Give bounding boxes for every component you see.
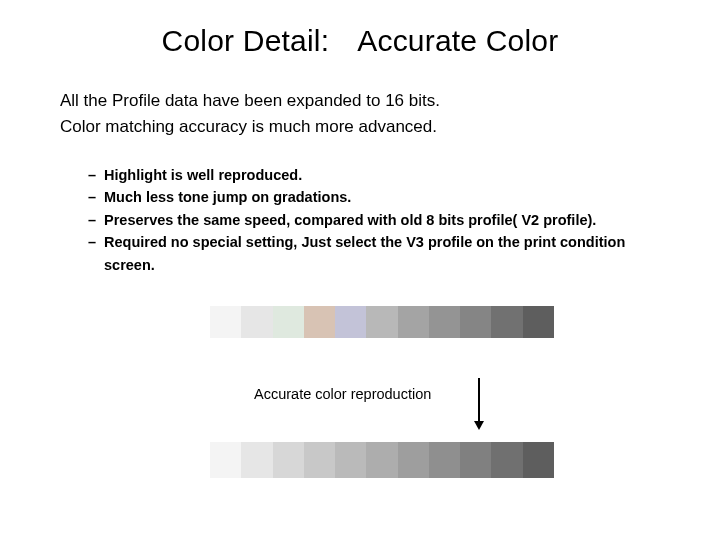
swatch xyxy=(491,306,522,338)
swatch xyxy=(460,442,491,478)
swatch xyxy=(366,306,397,338)
swatch xyxy=(241,442,272,478)
intro-line-1: All the Profile data have been expanded … xyxy=(60,88,660,114)
title-right: Accurate Color xyxy=(357,24,558,57)
arrow-down-icon xyxy=(478,378,480,428)
swatch xyxy=(523,306,554,338)
swatch xyxy=(429,442,460,478)
swatch xyxy=(460,306,491,338)
bullet-text: Much less tone jump on gradations. xyxy=(104,186,658,208)
swatch xyxy=(398,306,429,338)
swatch xyxy=(304,442,335,478)
dash-icon: – xyxy=(88,164,104,186)
swatch xyxy=(210,442,241,478)
dash-icon: – xyxy=(88,231,104,276)
bullet-text: Preserves the same speed, compared with … xyxy=(104,209,658,231)
swatch xyxy=(491,442,522,478)
swatch xyxy=(304,306,335,338)
swatch xyxy=(210,306,241,338)
color-strip-after xyxy=(210,442,554,478)
list-item: – Preserves the same speed, compared wit… xyxy=(88,209,658,231)
list-item: – Much less tone jump on gradations. xyxy=(88,186,658,208)
title-left: Color Detail: xyxy=(162,24,330,57)
caption: Accurate color reproduction xyxy=(254,386,431,402)
swatch xyxy=(366,442,397,478)
swatch xyxy=(241,306,272,338)
page-title: Color Detail:Accurate Color xyxy=(0,24,720,58)
bullet-text: Required no special setting, Just select… xyxy=(104,231,658,276)
slide: Color Detail:Accurate Color All the Prof… xyxy=(0,0,720,540)
swatch xyxy=(335,306,366,338)
bullet-list: – Highlight is well reproduced. – Much l… xyxy=(88,164,658,276)
intro-line-2: Color matching accuracy is much more adv… xyxy=(60,114,660,140)
swatch xyxy=(335,442,366,478)
color-strip-before xyxy=(210,306,554,338)
swatch xyxy=(273,442,304,478)
swatch xyxy=(273,306,304,338)
intro-text: All the Profile data have been expanded … xyxy=(60,88,660,139)
swatch xyxy=(523,442,554,478)
dash-icon: – xyxy=(88,209,104,231)
swatch xyxy=(398,442,429,478)
dash-icon: – xyxy=(88,186,104,208)
list-item: – Highlight is well reproduced. xyxy=(88,164,658,186)
list-item: – Required no special setting, Just sele… xyxy=(88,231,658,276)
bullet-text: Highlight is well reproduced. xyxy=(104,164,658,186)
swatch xyxy=(429,306,460,338)
